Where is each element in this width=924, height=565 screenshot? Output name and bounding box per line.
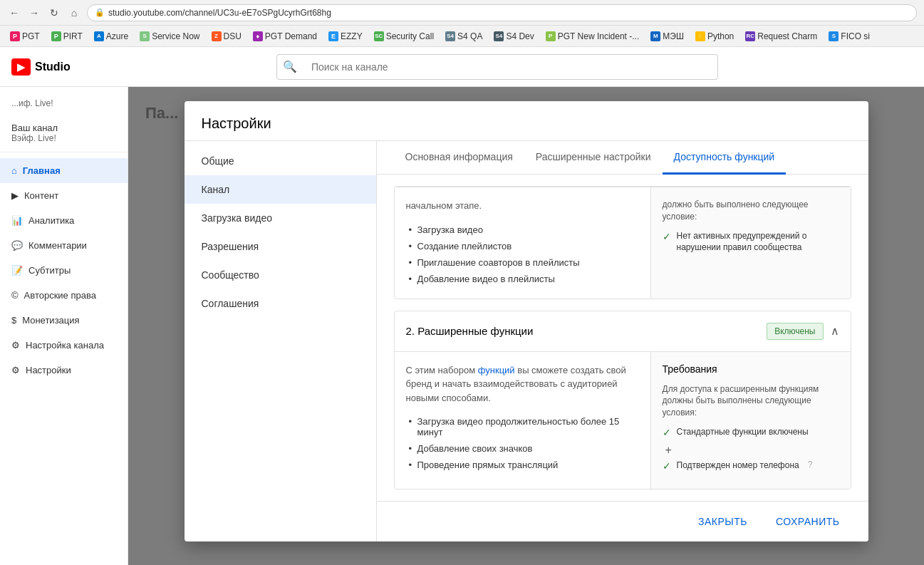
browser-bar: ← → ↻ ⌂ 🔒 studio.youtube.com/channel/UC3… [0,0,924,26]
feature-list-item-1-4: Добавление видео в плейлисты [406,271,639,287]
sidebar-item-analytics-label: Аналитика [28,215,74,226]
bookmark-fico[interactable]: S FICO si [824,30,874,43]
bookmark-request-charm-favicon: RC [745,31,755,41]
bookmark-pirt[interactable]: P PIRT [47,30,87,43]
status-badge-enabled: Включены [767,323,823,340]
url-bar[interactable]: 🔒 studio.youtube.com/channel/UC3u-eE7oSP… [87,4,917,21]
bookmark-dsu-favicon: Z [212,31,222,41]
sidebar-item-channel-settings[interactable]: ⚙ Настройка канала [0,333,128,358]
tab-features[interactable]: Доступность функций [663,141,787,175]
modal-nav-upload[interactable]: Загрузка видео [185,204,376,232]
bookmark-fico-label: FICO si [841,31,870,41]
modal-nav-general[interactable]: Общие [185,147,376,175]
home-icon: ⌂ [11,165,17,176]
content-icon: ▶ [11,190,19,201]
req-title-2: Требования [663,363,839,375]
tab-advanced[interactable]: Расширенные настройки [524,141,663,175]
bookmark-pgt-new-incident[interactable]: P PGT New Incident -... [541,30,644,43]
bookmark-python-favicon: ⚡ [695,31,705,41]
modal-nav-community[interactable]: Сообщество [185,261,376,289]
bookmark-pgt[interactable]: P PGT [6,30,44,43]
modal-overlay[interactable]: Настройки Общие Канал [128,87,924,565]
settings-icon: ⚙ [11,365,20,375]
home-button[interactable]: ⌂ [67,6,81,20]
bookmark-pgt-label: PGT [22,31,40,41]
bookmark-pgt-demand-favicon: ♦ [253,31,263,41]
sidebar-item-channel-settings-label: Настройка канала [26,340,104,351]
refresh-button[interactable]: ↻ [47,6,61,20]
feature-card-2-header[interactable]: 2. Расширенные функции Включены ∧ [395,311,851,351]
settings-modal: Настройки Общие Канал [185,101,868,541]
feature-list-1: Загрузка видео Создание плейлистов Пригл… [406,222,639,287]
modal-body: Общие Канал Загрузка видео Разрешения [185,141,868,541]
bookmark-ezzy-label: EZZY [341,31,363,41]
sidebar-item-comments[interactable]: 💬 Комментарии [0,233,128,258]
bookmark-azure-label: Azure [106,31,128,41]
sidebar-channel[interactable]: Ваш канал Вэйф. Live! [0,114,128,152]
sidebar-item-settings[interactable]: ⚙ Настройки [0,358,128,383]
tab-content: начальном этапе. Загрузка видео Создание… [377,175,868,501]
bookmark-pgt-new-incident-label: PGT New Incident -... [558,31,640,41]
sidebar-channel-name: Ваш канал [11,123,116,133]
feature-list-item-1-2: Создание плейлистов [406,238,639,254]
modal-nav-permissions[interactable]: Разрешения [185,232,376,261]
yt-header: ▶ Studio 🔍 [0,47,924,87]
yt-logo[interactable]: ▶ Studio [11,58,71,76]
chevron-up-icon[interactable]: ∧ [831,324,839,338]
modal-nav-upload-label: Загрузка видео [202,212,273,224]
req-check-icon-1: ✓ [663,231,671,242]
close-button[interactable]: ЗАКРЫТЬ [687,510,759,533]
feature-list-item-1-1: Загрузка видео [406,222,639,238]
req-plus-separator: + [665,444,839,457]
req-check-icon-2-1: ✓ [663,427,671,438]
feature-card-2-body: С этим набором функций вы сможете создат… [395,351,851,489]
feature-list-item-2-3: Проведение прямых трансляций [406,457,639,473]
sidebar-item-content[interactable]: ▶ Контент [0,183,128,208]
modal-title: Настройки [202,115,271,131]
bookmark-servicenow[interactable]: S Service Now [135,30,204,43]
bookmark-pgt-demand[interactable]: ♦ PGT Demand [249,30,321,43]
feature-card-2: 2. Расширенные функции Включены ∧ [394,311,851,489]
sidebar-item-subtitles[interactable]: 📝 Субтитры [0,258,128,283]
bookmark-dsu[interactable]: Z DSU [207,30,246,43]
modal-nav-channel[interactable]: Канал [185,175,376,204]
bookmark-s4-dev-favicon: S4 [494,31,504,41]
bookmark-s4-dev[interactable]: S4 S4 Dev [489,30,538,43]
modal-nav-agreements[interactable]: Соглашения [185,289,376,318]
sidebar-item-content-label: Контент [24,190,58,201]
bookmark-fico-favicon: S [829,31,839,41]
bookmark-ezzy[interactable]: E EZZY [324,30,367,43]
save-button[interactable]: СОХРАНИТЬ [764,510,851,533]
bookmark-security-call[interactable]: SC Security Call [370,30,438,43]
main-area: Па... Настройки Общие [128,87,924,565]
bookmark-security-call-favicon: SC [374,31,384,41]
sidebar-item-home[interactable]: ⌂ Главная [0,158,128,183]
bookmark-s4-qa[interactable]: S4 S4 QA [441,30,487,43]
feature-left-1: начальном этапе. Загрузка видео Создание… [395,187,651,299]
feature-card-1-body: начальном этапе. Загрузка видео Создание… [395,187,851,299]
sidebar-item-analytics[interactable]: 📊 Аналитика [0,208,128,233]
bookmark-pirt-label: PIRT [63,31,83,41]
bookmark-azure[interactable]: A Azure [90,30,133,43]
sidebar-item-copyright-label: Авторские права [24,290,96,301]
bookmark-request-charm-label: Request Charm [757,31,817,41]
tab-basic[interactable]: Основная информация [394,141,524,175]
feature-desc-link-2[interactable]: функций [478,365,515,375]
sidebar-item-monetization[interactable]: $ Монетизация [0,308,128,333]
bookmark-pgt-demand-label: PGT Demand [265,31,317,41]
back-button[interactable]: ← [7,6,21,20]
bookmark-azure-favicon: A [94,31,104,41]
bookmark-request-charm[interactable]: RC Request Charm [741,30,821,43]
search-input[interactable] [303,61,717,73]
comments-icon: 💬 [11,240,23,251]
sidebar-item-copyright[interactable]: © Авторские права [0,283,128,308]
bookmark-mesh[interactable]: M МЭШ [646,30,688,43]
req-item-2-2: ✓ Подтвержден номер телефона ? [663,460,839,472]
modal-content: Основная информация Расширенные настройк… [377,141,868,541]
url-text: studio.youtube.com/channel/UC3u-eE7oSPgU… [108,8,331,18]
sidebar-item-monetization-label: Монетизация [22,315,79,326]
feature-intro-text: начальном этапе. [406,199,639,213]
forward-button[interactable]: → [27,6,41,20]
bookmark-python[interactable]: ⚡ Python [691,30,738,43]
req-help-icon[interactable]: ? [808,460,813,470]
